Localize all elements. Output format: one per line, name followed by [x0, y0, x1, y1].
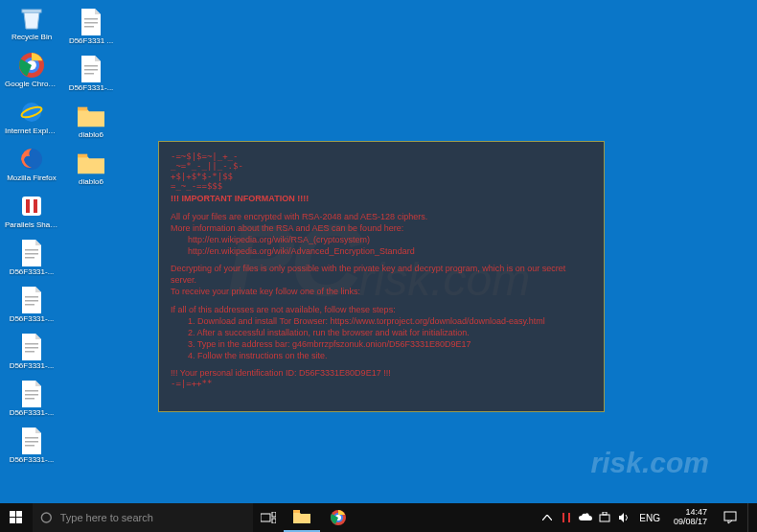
- desktop-icon-label: D56F3331-...: [10, 456, 55, 464]
- ie-icon: [18, 99, 45, 126]
- ransom-note-window: -=~$|$=~|_+_- _~=*_-_||_-.$- +$|+$*$-*|$…: [158, 141, 605, 412]
- chrome-icon: [18, 52, 45, 79]
- tray-network-icon[interactable]: [597, 510, 612, 525]
- note-step-1: 1. Download and install Tor Browser: htt…: [171, 315, 592, 327]
- svg-rect-8: [26, 199, 30, 213]
- notification-icon: [723, 511, 737, 524]
- svg-rect-47: [600, 515, 609, 521]
- svg-rect-39: [272, 512, 276, 517]
- tray-date: 09/08/17: [674, 518, 707, 527]
- desktop-icon-label: Mozilla Firefox: [7, 174, 57, 182]
- svg-rect-22: [25, 437, 38, 439]
- firefox-icon: [18, 146, 45, 173]
- svg-rect-31: [78, 107, 87, 111]
- svg-rect-19: [25, 390, 38, 392]
- svg-rect-20: [25, 394, 38, 396]
- tray-action-center[interactable]: [717, 503, 744, 532]
- svg-rect-48: [603, 512, 607, 515]
- taskbar-app-chrome[interactable]: [320, 503, 356, 532]
- task-view-button[interactable]: [253, 503, 284, 532]
- svg-rect-29: [84, 69, 98, 71]
- file-icon: [18, 240, 45, 266]
- desktop-icon-label: D56F3331-...: [10, 268, 55, 276]
- tray-onedrive-icon[interactable]: [578, 510, 593, 525]
- watermark-lower: risk.com: [591, 447, 709, 479]
- desktop-icon-file-2[interactable]: D56F3331-...: [4, 287, 59, 333]
- desktop-icon-label: D56F3331-...: [10, 362, 55, 370]
- desktop-icon-file-3[interactable]: D56F3331-...: [4, 334, 59, 380]
- desktop-icon-recycle-bin[interactable]: Recycle Bin: [4, 5, 59, 51]
- search-box[interactable]: [33, 503, 253, 532]
- ascii-art-2: _~=*_-_||_-.$-: [171, 161, 592, 171]
- file-icon: [18, 287, 45, 313]
- desktop-icon-parallels-share[interactable]: Parallels Share...: [4, 193, 59, 239]
- task-view-icon: [261, 512, 276, 523]
- svg-rect-36: [16, 518, 22, 523]
- svg-rect-7: [22, 197, 41, 216]
- svg-rect-40: [272, 519, 276, 523]
- system-tray: ENG 14:47 09/08/17: [536, 503, 757, 532]
- svg-rect-25: [84, 18, 98, 20]
- desktop-icon-file-6[interactable]: D56F3331 ...: [63, 9, 119, 55]
- chrome-icon: [331, 510, 346, 525]
- note-line-encrypted: All of your files are encrypted with RSA…: [171, 211, 592, 222]
- desktop-icon-label: Recycle Bin: [11, 34, 52, 41]
- svg-rect-9: [34, 199, 37, 213]
- desktop-icon-folder-2[interactable]: diablo6: [63, 150, 119, 196]
- show-desktop-button[interactable]: [747, 503, 753, 532]
- tray-language[interactable]: ENG: [635, 513, 664, 523]
- folder-icon: [78, 150, 104, 176]
- note-step-3: 3. Type in the address bar: g46mbrrzpfsz…: [171, 338, 592, 350]
- desktop-icon-google-chrome[interactable]: Google Chrome: [4, 52, 59, 98]
- bin-icon: [18, 5, 45, 32]
- note-link-aes: http://en.wikipedia.org/wiki/Advanced_En…: [171, 245, 592, 257]
- svg-rect-15: [25, 304, 34, 306]
- note-step-4: 4. Follow the instructions on the site.: [171, 350, 592, 361]
- svg-rect-12: [25, 257, 34, 259]
- tray-chevron-up-icon[interactable]: [539, 510, 555, 525]
- tray-volume-icon[interactable]: [616, 510, 631, 525]
- tray-clock[interactable]: 14:47 09/08/17: [668, 508, 713, 527]
- desktop-icon-label: Google Chrome: [5, 81, 58, 88]
- desktop-icon-folder-1[interactable]: diablo6: [63, 103, 119, 149]
- desktop-icon-label: D56F3331-...: [10, 409, 55, 417]
- desktop-icon-label: Parallels Share...: [5, 221, 58, 229]
- note-link-rsa: http://en.wikipedia.org/wiki/RSA_(crypto…: [171, 234, 592, 245]
- desktop-icon-file-7[interactable]: D56F3331-...: [63, 56, 119, 102]
- file-icon: [18, 334, 45, 360]
- svg-rect-21: [25, 398, 34, 400]
- svg-rect-35: [10, 518, 15, 523]
- search-input[interactable]: [60, 512, 245, 523]
- desktop-icon-label: Internet Explorer: [5, 127, 58, 135]
- start-button[interactable]: [0, 503, 33, 532]
- svg-rect-49: [724, 512, 736, 520]
- desktop-icon-file-5[interactable]: D56F3331-...: [4, 428, 59, 474]
- desktop-icon-mozilla-firefox[interactable]: Mozilla Firefox: [4, 146, 59, 192]
- folder-icon: [293, 510, 310, 523]
- desktop-icon-label: D56F3331 ...: [69, 37, 113, 45]
- desktop-icon-label: D56F3331-...: [10, 315, 55, 323]
- note-id: !!! Your personal identification ID: D56…: [171, 367, 592, 379]
- taskbar-app-explorer[interactable]: [284, 503, 320, 532]
- ascii-art-3: +$|+$*$-*|$$: [171, 172, 592, 181]
- tray-parallels-icon[interactable]: [559, 510, 574, 525]
- svg-rect-17: [25, 347, 38, 349]
- svg-rect-23: [25, 441, 38, 443]
- desktop-icon-internet-explorer[interactable]: Internet Explorer: [4, 99, 59, 145]
- ascii-art-foot: -=|=++**: [171, 379, 592, 388]
- desktop-col2: D56F3331 ...D56F3331-...diablo6diablo6: [59, 4, 119, 197]
- svg-rect-13: [25, 296, 38, 298]
- note-line-receive: To receive your private key follow one o…: [171, 286, 592, 297]
- svg-rect-46: [568, 513, 570, 522]
- desktop-col1: Recycle BinGoogle ChromeInternet Explore…: [0, 0, 59, 474]
- windows-icon: [10, 511, 23, 524]
- note-step-2: 2. After a successful installation, run …: [171, 327, 592, 338]
- svg-rect-41: [293, 510, 300, 513]
- important-header: !!! IMPORTANT INFORMATION !!!!: [171, 193, 592, 204]
- desktop-icon-file-1[interactable]: D56F3331-...: [4, 240, 59, 286]
- file-icon: [18, 381, 45, 407]
- desktop-icon-file-4[interactable]: D56F3331-...: [4, 381, 59, 427]
- desktop-icon-label: D56F3331-...: [69, 84, 114, 92]
- svg-rect-32: [78, 154, 87, 158]
- ascii-art-1: -=~$|$=~|_+_-: [171, 151, 592, 161]
